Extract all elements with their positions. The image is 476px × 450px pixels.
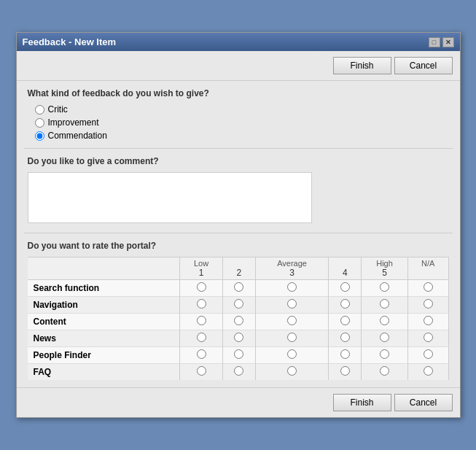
radio-improvement-label: Improvement	[48, 117, 99, 128]
rating-radio[interactable]	[424, 349, 433, 359]
radio-improvement[interactable]: Improvement	[35, 117, 449, 128]
rating-radio[interactable]	[424, 316, 433, 325]
rating-radio[interactable]	[380, 333, 389, 342]
rating-cell	[408, 347, 448, 364]
rating-cell	[255, 314, 329, 330]
rating-radio[interactable]	[197, 316, 206, 325]
rating-radio[interactable]	[340, 316, 350, 325]
finish-button-top[interactable]: Finish	[333, 57, 391, 74]
rating-radio[interactable]	[424, 299, 433, 309]
rating-cell	[362, 280, 408, 297]
comment-section: Do you like to give a comment?	[17, 149, 460, 233]
rating-radio[interactable]	[234, 316, 243, 325]
title-bar: Feedback - New Item □ ✕	[17, 33, 460, 51]
rating-cell	[362, 330, 408, 347]
restore-button[interactable]: □	[429, 37, 440, 47]
rating-radio[interactable]	[340, 333, 350, 342]
radio-critic-input[interactable]	[35, 105, 44, 115]
rating-radio[interactable]	[424, 333, 433, 342]
rating-cell	[223, 297, 256, 314]
finish-button-bottom[interactable]: Finish	[333, 394, 391, 411]
rating-radio[interactable]	[197, 366, 206, 376]
rating-cell	[255, 280, 329, 297]
row-label: Content	[28, 314, 180, 330]
rating-cell	[223, 364, 256, 381]
rating-cell	[408, 364, 448, 381]
col-header-4: 4	[329, 257, 362, 280]
rating-table: Low 1 2 Average 3	[28, 257, 449, 380]
radio-commendation-input[interactable]	[35, 131, 44, 141]
table-row: FAQ	[28, 364, 449, 381]
rating-cell	[408, 280, 448, 297]
rating-cell	[223, 280, 256, 297]
rating-radio[interactable]	[287, 299, 297, 309]
feedback-type-label: What kind of feedback do you wish to giv…	[28, 88, 449, 98]
radio-improvement-input[interactable]	[35, 118, 44, 128]
rating-radio[interactable]	[380, 349, 389, 359]
rating-radio[interactable]	[340, 299, 350, 309]
rating-cell	[179, 280, 222, 297]
rating-cell	[362, 314, 408, 330]
rating-radio[interactable]	[287, 333, 297, 342]
cancel-button-bottom[interactable]: Cancel	[394, 394, 453, 411]
rating-radio[interactable]	[234, 366, 243, 376]
rating-section: Do you want to rate the portal? Low 1	[17, 233, 460, 387]
rating-cell	[179, 364, 222, 381]
row-label: Navigation	[28, 297, 180, 314]
cancel-button-top[interactable]: Cancel	[394, 57, 453, 74]
rating-radio[interactable]	[234, 282, 243, 292]
rating-cell	[362, 347, 408, 364]
close-button[interactable]: ✕	[442, 37, 454, 47]
rating-cell	[408, 314, 448, 330]
rating-cell	[362, 297, 408, 314]
rating-radio[interactable]	[287, 282, 297, 292]
rating-radio[interactable]	[234, 333, 243, 342]
rating-radio[interactable]	[197, 333, 206, 342]
rating-radio[interactable]	[197, 299, 206, 309]
col-header-2: 2	[223, 257, 256, 280]
rating-cell	[255, 330, 329, 347]
comment-textarea[interactable]	[28, 172, 312, 223]
table-row: Search function	[28, 280, 449, 297]
rating-radio[interactable]	[287, 349, 297, 359]
rating-radio[interactable]	[340, 349, 350, 359]
radio-commendation[interactable]: Commendation	[35, 131, 449, 141]
col-header-item	[28, 257, 180, 280]
row-label: FAQ	[28, 364, 180, 381]
row-label: News	[28, 330, 180, 347]
rating-radio[interactable]	[380, 282, 389, 292]
rating-radio[interactable]	[380, 299, 389, 309]
radio-critic-label: Critic	[48, 104, 68, 115]
rating-radio[interactable]	[197, 349, 206, 359]
comment-label: Do you like to give a comment?	[28, 156, 449, 166]
col-header-3: Average 3	[255, 257, 329, 280]
comment-wrapper	[28, 172, 312, 225]
feedback-radio-group: Critic Improvement Commendation	[28, 104, 449, 141]
rating-radio[interactable]	[380, 316, 389, 325]
rating-cell	[179, 330, 222, 347]
rating-label: Do you want to rate the portal?	[28, 241, 449, 251]
rating-cell	[223, 314, 256, 330]
col-header-5: High 5	[362, 257, 408, 280]
rating-radio[interactable]	[380, 366, 389, 376]
rating-radio[interactable]	[197, 282, 206, 292]
rating-cell	[223, 330, 256, 347]
rating-cell	[329, 347, 362, 364]
rating-radio[interactable]	[287, 366, 297, 376]
rating-cell	[329, 330, 362, 347]
col-header-na: N/A	[408, 257, 448, 280]
rating-radio[interactable]	[424, 282, 433, 292]
rating-radio[interactable]	[287, 316, 297, 325]
rating-radio[interactable]	[340, 366, 350, 376]
rating-radio[interactable]	[234, 349, 243, 359]
rating-radio[interactable]	[340, 282, 350, 292]
rating-cell	[329, 364, 362, 381]
rating-cell	[179, 297, 222, 314]
rating-radio[interactable]	[234, 299, 243, 309]
top-button-bar: Finish Cancel	[17, 51, 460, 81]
rating-cell	[179, 314, 222, 330]
row-label: Search function	[28, 280, 180, 297]
rating-radio[interactable]	[424, 366, 433, 376]
rating-cell	[223, 347, 256, 364]
radio-critic[interactable]: Critic	[35, 104, 449, 115]
